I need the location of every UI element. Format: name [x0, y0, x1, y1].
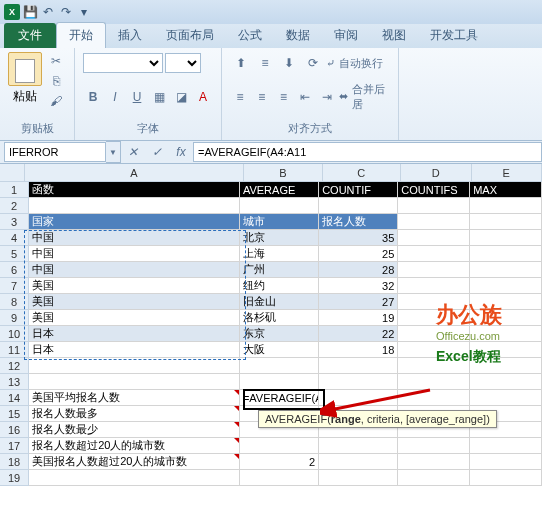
bold-button[interactable]: B	[83, 86, 103, 108]
cell-D17[interactable]	[398, 438, 470, 454]
cell-E1[interactable]: MAX	[470, 182, 542, 198]
name-box[interactable]: IFERROR	[4, 142, 106, 162]
row-header-10[interactable]: 10	[0, 326, 29, 342]
cell-E5[interactable]	[470, 246, 542, 262]
col-header-C[interactable]: C	[323, 164, 401, 182]
cell-C18[interactable]	[319, 454, 398, 470]
cancel-formula-button[interactable]: ✕	[123, 142, 143, 162]
row-header-3[interactable]: 3	[0, 214, 29, 230]
cell-A4[interactable]: 中国	[29, 230, 240, 246]
format-painter-button[interactable]: 🖌	[46, 92, 66, 110]
orientation-button[interactable]: ⟳	[302, 53, 324, 73]
cell-D19[interactable]	[398, 470, 470, 486]
cell-D6[interactable]	[398, 262, 470, 278]
row-header-13[interactable]: 13	[0, 374, 29, 390]
cell-D1[interactable]: COUNTIFS	[398, 182, 470, 198]
cell-B9[interactable]: 洛杉矶	[240, 310, 319, 326]
name-box-dropdown[interactable]: ▼	[106, 141, 121, 163]
merge-center-button[interactable]: ⬌合并后居	[339, 87, 390, 107]
font-family-select[interactable]	[83, 53, 163, 73]
cell-E17[interactable]	[470, 438, 542, 454]
cell-A5[interactable]: 中国	[29, 246, 240, 262]
tab-insert[interactable]: 插入	[106, 23, 154, 48]
accept-formula-button[interactable]: ✓	[147, 142, 167, 162]
cell-C1[interactable]: COUNTIF	[319, 182, 398, 198]
cell-B4[interactable]: 北京	[240, 230, 319, 246]
copy-button[interactable]: ⎘	[46, 72, 66, 90]
cell-C6[interactable]: 28	[319, 262, 398, 278]
cell-E11[interactable]	[470, 342, 542, 358]
cell-C9[interactable]: 19	[319, 310, 398, 326]
cell-A7[interactable]: 美国	[29, 278, 240, 294]
cell-D11[interactable]	[398, 342, 470, 358]
cell-C10[interactable]: 22	[319, 326, 398, 342]
cell-C8[interactable]: 27	[319, 294, 398, 310]
wrap-text-button[interactable]: ⤶自动换行	[326, 53, 383, 73]
cell-C11[interactable]: 18	[319, 342, 398, 358]
cell-E9[interactable]	[470, 310, 542, 326]
col-header-E[interactable]: E	[472, 164, 542, 182]
row-header-11[interactable]: 11	[0, 342, 29, 358]
cell-D7[interactable]	[398, 278, 470, 294]
cell-A10[interactable]: 日本	[29, 326, 240, 342]
col-header-B[interactable]: B	[244, 164, 322, 182]
cell-E19[interactable]	[470, 470, 542, 486]
cell-D5[interactable]	[398, 246, 470, 262]
cell-B11[interactable]: 大阪	[240, 342, 319, 358]
row-header-8[interactable]: 8	[0, 294, 29, 310]
tab-dev[interactable]: 开发工具	[418, 23, 490, 48]
cell-B18[interactable]: 2	[240, 454, 319, 470]
cell-D12[interactable]	[398, 358, 470, 374]
cell-B14[interactable]: =AVERAGEIF(A4:A11	[240, 390, 319, 406]
cell-C4[interactable]: 35	[319, 230, 398, 246]
cell-A3[interactable]: 国家	[29, 214, 240, 230]
paste-button[interactable]: 粘贴	[8, 52, 42, 110]
row-header-12[interactable]: 12	[0, 358, 29, 374]
cell-A1[interactable]: 函数	[29, 182, 240, 198]
row-header-7[interactable]: 7	[0, 278, 29, 294]
cell-B12[interactable]	[240, 358, 319, 374]
cell-D13[interactable]	[398, 374, 470, 390]
align-right-button[interactable]: ≡	[274, 87, 294, 107]
border-button[interactable]: ▦	[149, 86, 169, 108]
row-header-4[interactable]: 4	[0, 230, 29, 246]
cell-E13[interactable]	[470, 374, 542, 390]
cell-B5[interactable]: 上海	[240, 246, 319, 262]
save-button[interactable]: 💾	[22, 4, 38, 20]
cell-A2[interactable]	[29, 198, 240, 214]
row-header-17[interactable]: 17	[0, 438, 29, 454]
qat-dropdown[interactable]: ▾	[76, 4, 92, 20]
cell-E3[interactable]	[470, 214, 542, 230]
cell-C14[interactable]	[319, 390, 398, 406]
tab-file[interactable]: 文件	[4, 23, 56, 48]
cell-C17[interactable]	[319, 438, 398, 454]
cell-B3[interactable]: 城市	[240, 214, 319, 230]
cell-C13[interactable]	[319, 374, 398, 390]
cell-B10[interactable]: 东京	[240, 326, 319, 342]
row-header-5[interactable]: 5	[0, 246, 29, 262]
cell-C2[interactable]	[319, 198, 398, 214]
select-all-corner[interactable]	[0, 164, 25, 182]
row-header-15[interactable]: 15	[0, 406, 29, 422]
cell-B1[interactable]: AVERAGE	[240, 182, 319, 198]
cell-D3[interactable]	[398, 214, 470, 230]
cut-button[interactable]: ✂	[46, 52, 66, 70]
cell-A19[interactable]	[29, 470, 240, 486]
align-center-button[interactable]: ≡	[252, 87, 272, 107]
cell-A14[interactable]: 美国平均报名人数	[29, 390, 240, 406]
cell-A8[interactable]: 美国	[29, 294, 240, 310]
row-header-2[interactable]: 2	[0, 198, 29, 214]
cell-A16[interactable]: 报名人数最少	[29, 422, 240, 438]
align-middle-button[interactable]: ≡	[254, 53, 276, 73]
align-top-button[interactable]: ⬆	[230, 53, 252, 73]
undo-button[interactable]: ↶	[40, 4, 56, 20]
row-header-9[interactable]: 9	[0, 310, 29, 326]
tab-view[interactable]: 视图	[370, 23, 418, 48]
cell-A15[interactable]: 报名人数最多	[29, 406, 240, 422]
cell-D9[interactable]	[398, 310, 470, 326]
indent-dec-button[interactable]: ⇤	[295, 87, 315, 107]
row-header-16[interactable]: 16	[0, 422, 29, 438]
cell-B2[interactable]	[240, 198, 319, 214]
underline-button[interactable]: U	[127, 86, 147, 108]
row-header-14[interactable]: 14	[0, 390, 29, 406]
